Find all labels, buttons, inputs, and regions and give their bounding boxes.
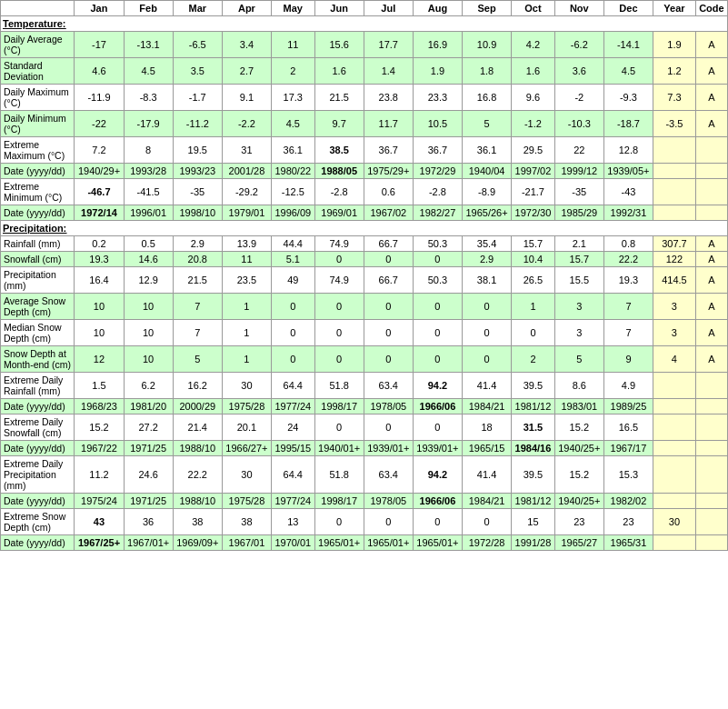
cell-value: 1939/01+ [413,441,462,456]
cell-value: 1970/01 [271,535,314,551]
cell-value: 3 [653,294,696,320]
cell-value: -3.5 [653,111,696,137]
cell-value: -12.5 [271,179,314,205]
cell-value: 20.1 [222,414,271,441]
cell-value: 27.2 [124,414,173,441]
cell-value: 12.9 [124,267,173,294]
cell-value: 12 [75,346,124,373]
cell-value: 22.2 [173,456,222,494]
cell-value: 1 [512,294,555,320]
cell-value: 39.5 [512,456,555,494]
cell-value: 1988/05 [314,164,364,179]
row-label: Daily Average (°C) [1,32,75,58]
cell-value: -2.8 [413,179,462,205]
cell-value: 1966/06 [413,399,462,414]
cell-value: 1.6 [314,58,364,85]
cell-value: 2.9 [173,236,222,252]
cell-value: 1968/23 [75,399,124,414]
cell-value: A [695,267,727,294]
cell-value: -21.7 [512,179,555,205]
cell-value: -10.3 [554,111,603,137]
cell-value: 0 [413,294,462,320]
cell-value: A [695,236,727,252]
cell-value: 11.2 [75,456,124,494]
cell-value: 1967/02 [364,205,413,221]
cell-value: 0 [463,346,512,373]
cell-value: -35 [173,179,222,205]
cell-value: 26.5 [512,267,555,294]
row-label: Extreme Daily Rainfall (mm) [1,373,75,399]
cell-value: 1967/01+ [124,535,173,551]
cell-value: 21.4 [173,414,222,441]
cell-value: 1983/01 [554,399,603,414]
table-row: Extreme Daily Precipitation (mm)11.224.6… [1,456,728,494]
cell-value: -43 [603,179,653,205]
table-row: Extreme Maximum (°C)7.2819.53136.138.536… [1,137,728,164]
cell-value: 31 [222,137,271,164]
cell-value: 1967/25+ [75,535,124,551]
cell-value [653,373,696,399]
col-header-year: Year [653,1,696,16]
cell-value: 15.7 [554,252,603,267]
cell-value: 8.6 [554,373,603,399]
cell-value: 22 [554,137,603,164]
cell-value: 0 [314,346,364,373]
row-label: Rainfall (mm) [1,236,75,252]
cell-value [653,179,696,205]
row-label: Snow Depth at Month-end (cm) [1,346,75,373]
cell-value: 1985/29 [554,205,603,221]
cell-value: 1988/10 [173,494,222,509]
cell-value: 36.7 [413,137,462,164]
cell-value: 9.7 [314,111,364,137]
section-header-row: Precipitation: [1,221,728,236]
row-label: Daily Minimum (°C) [1,111,75,137]
cell-value: 0 [463,509,512,535]
cell-value: 1980/22 [271,164,314,179]
cell-value: 30 [222,373,271,399]
cell-value: 1940/25+ [554,494,603,509]
cell-value: 3.6 [554,58,603,85]
cell-value: 3 [554,294,603,320]
cell-value: 1965/01+ [413,535,462,551]
cell-value [695,399,727,414]
row-label: Daily Maximum (°C) [1,85,75,111]
cell-value: 94.2 [413,373,462,399]
cell-value: 1982/02 [603,494,653,509]
row-label: Average Snow Depth (cm) [1,294,75,320]
cell-value: -17.9 [124,111,173,137]
table-row: Date (yyyy/dd)1968/231981/202000/291975/… [1,399,728,414]
cell-value: 1.5 [75,373,124,399]
col-header-nov: Nov [554,1,603,16]
cell-value: 38.1 [463,267,512,294]
cell-value: 1965/01+ [314,535,364,551]
precipitation-section-header: Precipitation: [1,221,728,236]
cell-value: 1.4 [364,58,413,85]
cell-value [695,414,727,441]
cell-value: 30 [222,456,271,494]
cell-value: 10 [124,294,173,320]
col-header-apr: Apr [222,1,271,16]
cell-value: 0 [413,320,462,346]
cell-value: 5 [463,111,512,137]
row-label: Date (yyyy/dd) [1,441,75,456]
cell-value: 23 [603,509,653,535]
table-row: Rainfall (mm)0.20.52.913.944.474.966.750… [1,236,728,252]
cell-value: 0 [314,252,364,267]
cell-value: 17.7 [364,32,413,58]
cell-value: 4.5 [124,58,173,85]
cell-value: 1940/01+ [314,441,364,456]
cell-value [695,456,727,494]
cell-value: 1997/02 [512,164,555,179]
cell-value: 1991/28 [512,535,555,551]
cell-value: 1979/01 [222,205,271,221]
cell-value: 17.3 [271,85,314,111]
table-row: Date (yyyy/dd)1967/221971/251988/101966/… [1,441,728,456]
table-row: Standard Deviation4.64.53.52.721.61.41.9… [1,58,728,85]
col-header-feb: Feb [124,1,173,16]
cell-value: 3.5 [173,58,222,85]
cell-value [653,441,696,456]
cell-value: -13.1 [124,32,173,58]
col-header-dec: Dec [603,1,653,16]
cell-value: 0 [364,294,413,320]
cell-value: 21.5 [173,267,222,294]
